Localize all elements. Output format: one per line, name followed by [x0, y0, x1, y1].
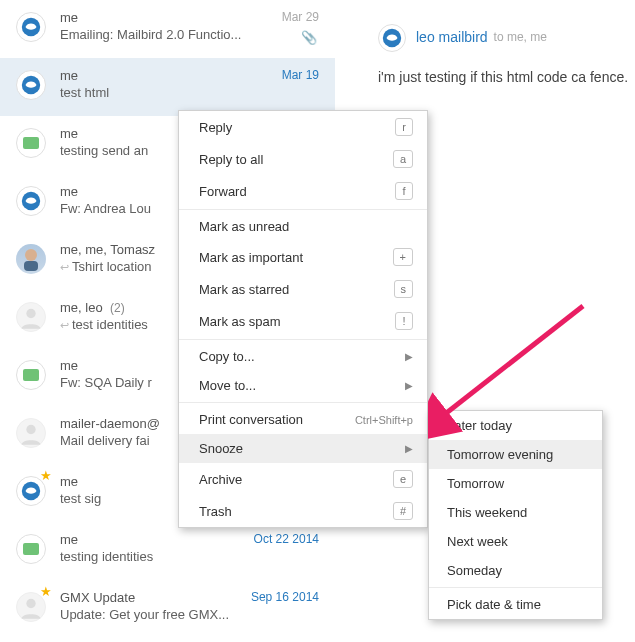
menu-separator — [179, 402, 427, 403]
message-date: Sep 16 2014 — [251, 590, 319, 604]
app-icon — [23, 369, 39, 381]
mailbird-icon — [20, 190, 42, 212]
snooze-tomorrow[interactable]: Tomorrow — [429, 469, 602, 498]
menu-mark-unread[interactable]: Mark as unread — [179, 212, 427, 241]
menu-reply-all[interactable]: Reply to alla — [179, 143, 427, 175]
attachment-icon: 📎 — [301, 30, 317, 45]
menu-move-to[interactable]: Move to...▶ — [179, 371, 427, 400]
mailbird-icon — [381, 27, 403, 49]
message-date: Mar 19 — [282, 68, 319, 82]
person-icon — [17, 419, 45, 447]
sender-name[interactable]: leo mailbird — [416, 29, 488, 45]
avatar — [16, 360, 46, 390]
avatar — [16, 302, 46, 332]
app-icon — [23, 543, 39, 555]
snooze-pick-date[interactable]: Pick date & time — [429, 590, 602, 619]
menu-separator — [179, 209, 427, 210]
menu-trash[interactable]: Trash# — [179, 495, 427, 527]
chevron-right-icon: ▶ — [405, 443, 413, 454]
mailbird-icon — [20, 16, 42, 38]
svg-line-10 — [440, 306, 583, 418]
thread-count: (2) — [107, 301, 125, 315]
avatar — [16, 70, 46, 100]
svg-point-5 — [26, 309, 35, 318]
sender-avatar — [378, 24, 406, 52]
menu-forward[interactable]: Forwardf — [179, 175, 427, 207]
message-item[interactable]: ★GMX UpdateUpdate: Get your free GMX...S… — [0, 580, 335, 638]
menu-separator — [429, 587, 602, 588]
message-date: Oct 22 2014 — [254, 532, 319, 546]
menu-separator — [179, 339, 427, 340]
message-subject: testing identities — [60, 549, 323, 564]
mailbird-icon — [20, 480, 42, 502]
message-date: Mar 29 — [282, 10, 319, 24]
message-subject: Update: Get your free GMX... — [60, 607, 323, 622]
menu-mark-starred[interactable]: Mark as starreds — [179, 273, 427, 305]
reply-icon: ↩ — [60, 261, 69, 273]
svg-rect-4 — [24, 261, 38, 271]
avatar — [16, 12, 46, 42]
avatar — [16, 534, 46, 564]
snooze-next-week[interactable]: Next week — [429, 527, 602, 556]
snooze-tomorrow-evening[interactable]: Tomorrow evening — [429, 440, 602, 469]
avatar — [16, 418, 46, 448]
preview-header: leo mailbird to me, me — [378, 22, 635, 52]
recipient-list: to me, me — [494, 30, 547, 44]
avatar — [16, 128, 46, 158]
snooze-this-weekend[interactable]: This weekend — [429, 498, 602, 527]
message-item[interactable]: metest htmlMar 19 — [0, 58, 335, 116]
chevron-right-icon: ▶ — [405, 351, 413, 362]
menu-mark-spam[interactable]: Mark as spam! — [179, 305, 427, 337]
avatar — [16, 186, 46, 216]
person-avatar — [16, 244, 46, 274]
star-icon: ★ — [40, 584, 52, 599]
message-body: i'm just testing if this html code ca fe… — [378, 68, 635, 86]
chevron-right-icon: ▶ — [405, 380, 413, 391]
snooze-submenu: Later today Tomorrow evening Tomorrow Th… — [428, 410, 603, 620]
svg-point-8 — [26, 599, 35, 608]
menu-mark-important[interactable]: Mark as important+ — [179, 241, 427, 273]
menu-print[interactable]: Print conversationCtrl+Shift+p — [179, 405, 427, 434]
snooze-later-today[interactable]: Later today — [429, 411, 602, 440]
message-item[interactable]: meEmailing: Mailbird 2.0 Functio...Mar 2… — [0, 0, 335, 58]
reply-icon: ↩ — [60, 319, 69, 331]
message-subject: test html — [60, 85, 323, 100]
avatar — [16, 244, 46, 274]
star-icon: ★ — [40, 468, 52, 483]
menu-archive[interactable]: Archivee — [179, 463, 427, 495]
preview-pane: leo mailbird to me, me i'm just testing … — [360, 0, 635, 86]
app-icon — [23, 137, 39, 149]
message-subject: Emailing: Mailbird 2.0 Functio... — [60, 27, 323, 42]
svg-point-6 — [26, 425, 35, 434]
menu-reply[interactable]: Replyr — [179, 111, 427, 143]
context-menu: Replyr Reply to alla Forwardf Mark as un… — [178, 110, 428, 528]
svg-point-3 — [25, 249, 37, 261]
person-icon — [17, 303, 45, 331]
message-item[interactable]: metesting identitiesOct 22 2014 — [0, 522, 335, 580]
snooze-someday[interactable]: Someday — [429, 556, 602, 585]
menu-snooze[interactable]: Snooze▶ — [179, 434, 427, 463]
mailbird-icon — [20, 74, 42, 96]
menu-copy-to[interactable]: Copy to...▶ — [179, 342, 427, 371]
